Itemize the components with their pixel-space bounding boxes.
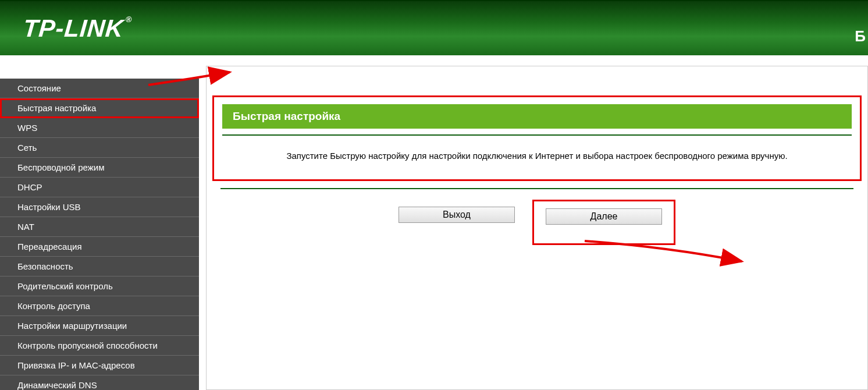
sidebar-nav: СостояниеБыстрая настройкаWPSСетьБеспров… [0, 55, 199, 390]
sidebar-item-6[interactable]: Настройки USB [0, 197, 199, 217]
sidebar-item-8[interactable]: Переадресация [0, 237, 199, 257]
sidebar-item-14[interactable]: Привязка IP- и MAC-адресов [0, 356, 199, 375]
exit-button[interactable]: Выход [399, 207, 515, 223]
divider-line-bottom [220, 188, 853, 189]
sidebar-item-15[interactable]: Динамический DNS [0, 375, 199, 390]
sidebar-item-9[interactable]: Безопасность [0, 257, 199, 276]
button-row: Выход Далее [212, 200, 862, 245]
sidebar-item-13[interactable]: Контроль пропускной способности [0, 336, 199, 356]
sidebar-item-5[interactable]: DHCP [0, 178, 199, 197]
sidebar-item-3[interactable]: Сеть [0, 138, 199, 158]
sidebar-item-2[interactable]: WPS [0, 118, 199, 138]
instruction-text: Запустите Быструю настройку для настройк… [214, 146, 860, 166]
quick-setup-panel: Быстрая настройка Запустите Быструю наст… [212, 95, 862, 181]
content-area: Быстрая настройка Запустите Быструю наст… [206, 66, 868, 390]
main-container: СостояниеБыстрая настройкаWPSСетьБеспров… [0, 55, 868, 390]
divider-line [222, 134, 852, 136]
sidebar-item-4[interactable]: Беспроводной режим [0, 158, 199, 178]
sidebar-item-7[interactable]: NAT [0, 217, 199, 237]
brand-logo: TP-LINK® [22, 15, 133, 42]
sidebar-item-11[interactable]: Контроль доступа [0, 296, 199, 316]
header-right-letter: Б [855, 27, 866, 45]
exit-button-wrap: Выход [399, 200, 515, 245]
sidebar-item-10[interactable]: Родительский контроль [0, 276, 199, 296]
next-button[interactable]: Далее [546, 208, 662, 225]
panel-title: Быстрая настройка [222, 104, 852, 129]
sidebar-item-12[interactable]: Настройки маршрутизации [0, 316, 199, 336]
next-button-highlight-box: Далее [532, 200, 675, 245]
header-bar: TP-LINK® Б [0, 0, 868, 55]
sidebar-item-1[interactable]: Быстрая настройка [0, 98, 199, 118]
sidebar-item-0[interactable]: Состояние [0, 79, 199, 98]
